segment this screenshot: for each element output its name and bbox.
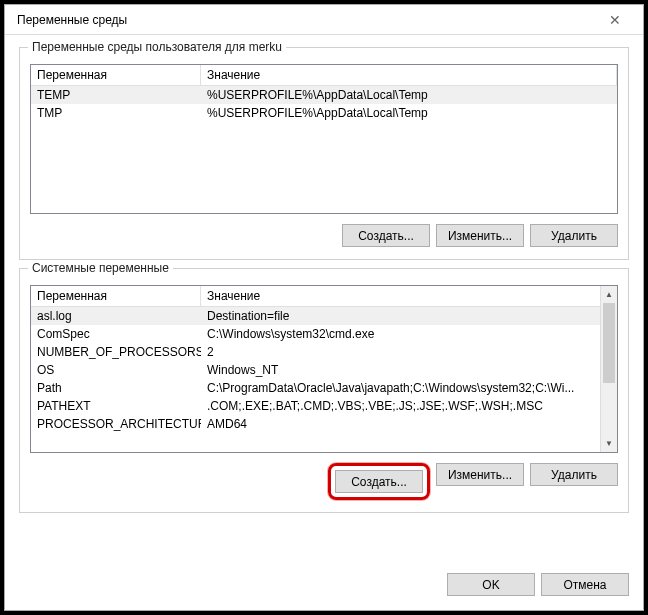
variable-name: NUMBER_OF_PROCESSORS	[31, 343, 201, 361]
scroll-track[interactable]	[601, 303, 617, 435]
user-edit-button[interactable]: Изменить...	[436, 224, 524, 247]
variable-name: PROCESSOR_ARCHITECTURE	[31, 415, 201, 433]
variable-value: C:\Windows\system32\cmd.exe	[201, 325, 617, 343]
variable-value: .COM;.EXE;.BAT;.CMD;.VBS;.VBE;.JS;.JSE;.…	[201, 397, 617, 415]
table-row[interactable]: ComSpecC:\Windows\system32\cmd.exe	[31, 325, 617, 343]
variable-name: ComSpec	[31, 325, 201, 343]
variable-value: AMD64	[201, 415, 617, 433]
user-vars-list[interactable]: Переменная Значение TEMP%USERPROFILE%\Ap…	[30, 64, 618, 214]
variable-value: 2	[201, 343, 617, 361]
variable-name: TMP	[31, 104, 201, 122]
dialog-window: Переменные среды ✕ Переменные среды поль…	[4, 4, 644, 611]
system-list-header: Переменная Значение	[31, 286, 617, 307]
table-row[interactable]: PathC:\ProgramData\Oracle\Java\javapath;…	[31, 379, 617, 397]
table-row[interactable]: NUMBER_OF_PROCESSORS2	[31, 343, 617, 361]
col-header-variable[interactable]: Переменная	[31, 65, 201, 85]
variable-name: Path	[31, 379, 201, 397]
close-button[interactable]: ✕	[595, 6, 635, 34]
col-header-variable[interactable]: Переменная	[31, 286, 201, 306]
create-button-highlight: Создать...	[328, 463, 430, 500]
user-button-row: Создать... Изменить... Удалить	[30, 224, 618, 247]
system-vars-list[interactable]: Переменная Значение asl.logDestination=f…	[30, 285, 618, 453]
table-row[interactable]: PROCESSOR_ARCHITECTUREAMD64	[31, 415, 617, 433]
system-edit-button[interactable]: Изменить...	[436, 463, 524, 486]
variable-name: OS	[31, 361, 201, 379]
dialog-title: Переменные среды	[17, 13, 127, 27]
system-vars-group: Системные переменные Переменная Значение…	[19, 268, 629, 513]
dialog-bottom-row: OK Отмена	[5, 569, 643, 610]
system-list-body: asl.logDestination=fileComSpecC:\Windows…	[31, 307, 617, 452]
variable-value: Windows_NT	[201, 361, 617, 379]
col-header-value[interactable]: Значение	[201, 65, 617, 85]
cancel-button[interactable]: Отмена	[541, 573, 629, 596]
scroll-thumb[interactable]	[603, 303, 615, 383]
scroll-up-icon[interactable]: ▲	[601, 286, 617, 303]
variable-value: C:\ProgramData\Oracle\Java\javapath;C:\W…	[201, 379, 617, 397]
variable-name: asl.log	[31, 307, 201, 325]
user-delete-button[interactable]: Удалить	[530, 224, 618, 247]
user-vars-label: Переменные среды пользователя для merku	[28, 40, 286, 54]
system-create-button[interactable]: Создать...	[335, 470, 423, 493]
ok-button[interactable]: OK	[447, 573, 535, 596]
variable-name: PATHEXT	[31, 397, 201, 415]
table-row[interactable]: asl.logDestination=file	[31, 307, 617, 325]
col-header-value[interactable]: Значение	[201, 286, 617, 306]
close-icon: ✕	[609, 12, 621, 28]
table-row[interactable]: OSWindows_NT	[31, 361, 617, 379]
user-list-body: TEMP%USERPROFILE%\AppData\Local\TempTMP%…	[31, 86, 617, 213]
system-button-row: Создать... Изменить... Удалить	[30, 463, 618, 500]
variable-value: %USERPROFILE%\AppData\Local\Temp	[201, 104, 617, 122]
table-row[interactable]: TEMP%USERPROFILE%\AppData\Local\Temp	[31, 86, 617, 104]
vertical-scrollbar[interactable]: ▲ ▼	[600, 286, 617, 452]
content-area: Переменные среды пользователя для merku …	[5, 35, 643, 569]
table-row[interactable]: TMP%USERPROFILE%\AppData\Local\Temp	[31, 104, 617, 122]
user-list-header: Переменная Значение	[31, 65, 617, 86]
titlebar: Переменные среды ✕	[5, 5, 643, 35]
variable-name: TEMP	[31, 86, 201, 104]
user-vars-group: Переменные среды пользователя для merku …	[19, 47, 629, 260]
user-create-button[interactable]: Создать...	[342, 224, 430, 247]
system-vars-label: Системные переменные	[28, 261, 173, 275]
variable-value: %USERPROFILE%\AppData\Local\Temp	[201, 86, 617, 104]
variable-value: Destination=file	[201, 307, 617, 325]
system-delete-button[interactable]: Удалить	[530, 463, 618, 486]
table-row[interactable]: PATHEXT.COM;.EXE;.BAT;.CMD;.VBS;.VBE;.JS…	[31, 397, 617, 415]
scroll-down-icon[interactable]: ▼	[601, 435, 617, 452]
